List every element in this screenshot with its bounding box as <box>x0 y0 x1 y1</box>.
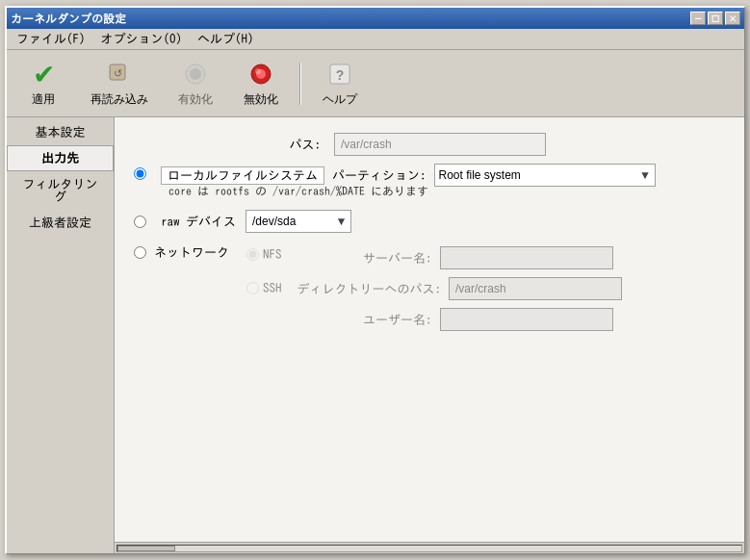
sidebar-item-basic[interactable]: 基本設定 <box>7 119 114 145</box>
toolbar-separator <box>299 63 301 105</box>
apply-icon: ✔ <box>28 59 59 89</box>
partition-select-wrapper: Root file system <box>434 164 656 187</box>
raw-device-select-wrapper: /dev/sda <box>246 210 351 233</box>
network-label: ネットワーク <box>154 246 231 259</box>
raw-device-select[interactable]: /dev/sda <box>246 210 351 233</box>
username-label: ユーザー名: <box>297 314 432 326</box>
directory-row: ディレクトリーへのパス: <box>297 277 623 300</box>
raw-device-radio-col <box>134 214 161 230</box>
server-input[interactable] <box>440 246 613 269</box>
maximize-button[interactable]: □ <box>708 12 723 25</box>
raw-device-section: raw デバイス /dev/sda <box>134 210 725 233</box>
minimize-button[interactable]: － <box>690 12 706 25</box>
ssh-label: SSH <box>263 282 282 294</box>
toolbar: ✔ 適用 ↺ 再読み込み 有効化 <box>7 50 744 117</box>
local-fs-label: ローカルファイルシステム <box>161 166 324 185</box>
menubar: ファイル(F) オプション(O) ヘルプ(H) <box>7 29 744 50</box>
svg-point-6 <box>255 68 261 74</box>
nfs-label: NFS <box>263 248 282 261</box>
menu-file[interactable]: ファイル(F) <box>11 31 91 47</box>
network-section: ネットワーク NFS SSH <box>134 246 725 331</box>
sidebar-item-filtering[interactable]: フィルタリング <box>7 171 114 210</box>
help-button[interactable]: ? ヘルプ <box>311 54 369 113</box>
svg-point-3 <box>190 68 201 80</box>
path-row: パス: <box>249 133 725 156</box>
menu-options[interactable]: オプション(O) <box>95 31 189 47</box>
main-window: カーネルダンプの設定 － □ × ファイル(F) オプション(O) ヘルプ(H)… <box>5 6 745 554</box>
window-title: カーネルダンプの設定 <box>11 13 126 24</box>
content-area: 基本設定 出力先 フィルタリング 上級者設定 パス: <box>7 117 744 553</box>
partition-label: パーティション: <box>332 169 427 182</box>
disable-button[interactable]: 無効化 <box>232 54 290 113</box>
svg-text:↺: ↺ <box>114 67 122 79</box>
sidebar-item-output[interactable]: 出力先 <box>7 145 114 171</box>
close-button[interactable]: × <box>725 12 740 25</box>
sidebar-item-advanced[interactable]: 上級者設定 <box>7 210 114 236</box>
scrollbar-track[interactable] <box>116 545 742 552</box>
raw-device-radio[interactable] <box>134 216 146 228</box>
path-input[interactable] <box>334 133 546 156</box>
local-fs-radio[interactable] <box>134 167 146 180</box>
directory-label: ディレクトリーへのパス: <box>297 283 442 295</box>
apply-button[interactable]: ✔ 適用 <box>14 54 72 113</box>
enable-button[interactable]: 有効化 <box>167 54 224 113</box>
menu-help[interactable]: ヘルプ(H) <box>192 31 260 47</box>
scrollbar-thumb[interactable] <box>117 546 175 551</box>
disable-icon <box>246 59 276 89</box>
scrollbar-bottom <box>115 542 744 553</box>
username-input[interactable] <box>440 308 613 331</box>
main-panel: パス: ローカルファイルシステム パーティション: <box>115 117 744 542</box>
window-controls: － □ × <box>690 12 740 25</box>
enable-icon <box>180 59 211 89</box>
network-radio[interactable] <box>134 246 146 259</box>
title-bar: カーネルダンプの設定 － □ × <box>7 8 744 29</box>
help-icon: ? <box>324 59 355 89</box>
sidebar: 基本設定 出力先 フィルタリング 上級者設定 <box>7 117 115 553</box>
ssh-radio[interactable] <box>246 282 259 294</box>
nfs-radio[interactable] <box>246 248 259 261</box>
directory-input[interactable] <box>449 277 622 300</box>
server-row: サーバー名: <box>297 246 623 269</box>
path-label: パス: <box>249 139 326 151</box>
svg-text:?: ? <box>336 67 345 83</box>
ssh-option: SSH <box>246 282 282 294</box>
raw-device-label: raw デバイス <box>161 216 238 228</box>
local-fs-section: ローカルファイルシステム パーティション: Root file system c… <box>134 164 725 202</box>
username-row: ユーザー名: <box>297 308 623 331</box>
reload-button[interactable]: ↺ 再読み込み <box>80 54 159 113</box>
nfs-option: NFS <box>246 248 282 261</box>
server-label: サーバー名: <box>297 252 432 265</box>
local-fs-radio-col <box>134 164 161 182</box>
reload-icon: ↺ <box>104 59 135 89</box>
partition-select[interactable]: Root file system <box>434 164 656 187</box>
